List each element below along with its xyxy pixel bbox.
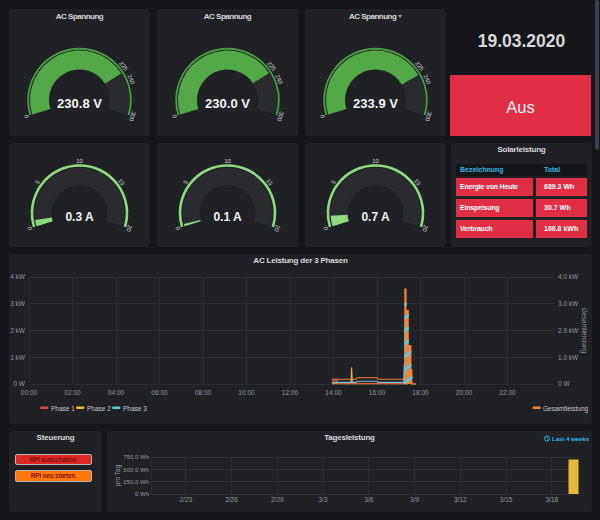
svg-text:16:00: 16:00	[369, 389, 386, 396]
svg-text:10:00: 10:00	[238, 389, 255, 396]
svg-text:22:00: 22:00	[499, 389, 516, 396]
svg-text:08:00: 08:00	[195, 389, 212, 396]
svg-text:0 W: 0 W	[13, 380, 25, 387]
svg-text:225: 225	[266, 60, 277, 72]
svg-text:3/18: 3/18	[545, 496, 558, 503]
svg-text:00:00: 00:00	[21, 389, 38, 396]
svg-text:Phase 2: Phase 2	[87, 405, 111, 412]
svg-text:18:00: 18:00	[412, 389, 429, 396]
svg-text:3 kW: 3 kW	[10, 300, 26, 307]
svg-text:4 kW: 4 kW	[10, 273, 26, 280]
svg-text:225: 225	[414, 60, 425, 72]
svg-text:0: 0	[319, 113, 326, 119]
svg-text:0: 0	[322, 225, 329, 231]
svg-text:0.1 A: 0.1 A	[213, 210, 242, 224]
svg-text:3/3: 3/3	[319, 496, 328, 503]
svg-text:3/9: 3/9	[410, 496, 419, 503]
svg-text:0: 0	[171, 113, 178, 119]
svg-text:12:00: 12:00	[282, 389, 299, 396]
svg-text:10: 10	[76, 158, 83, 164]
svg-text:Last 4 weeks: Last 4 weeks	[552, 435, 590, 442]
svg-text:0.3 A: 0.3 A	[65, 210, 94, 224]
svg-text:pro Tag: pro Tag	[114, 464, 122, 486]
svg-text:3/15: 3/15	[500, 496, 513, 503]
svg-text:0 Wh: 0 Wh	[135, 491, 149, 497]
svg-text:Phase 1: Phase 1	[51, 405, 75, 412]
svg-text:14:00: 14:00	[325, 389, 342, 396]
svg-text:4.0 kW: 4.0 kW	[558, 273, 579, 280]
svg-text:3.0 kW: 3.0 kW	[558, 300, 579, 307]
svg-text:2/29: 2/29	[271, 496, 284, 503]
svg-text:2/26: 2/26	[225, 496, 238, 503]
svg-text:230.8 V: 230.8 V	[57, 96, 102, 111]
svg-text:Gesamtleistung: Gesamtleistung	[580, 308, 588, 354]
svg-text:2/23: 2/23	[179, 496, 192, 503]
svg-text:500.0 Wh: 500.0 Wh	[123, 467, 149, 473]
svg-text:10: 10	[224, 158, 231, 164]
svg-text:1.0 kW: 1.0 kW	[558, 354, 579, 361]
svg-text:Gesamtleistung: Gesamtleistung	[543, 405, 589, 413]
svg-text:2.0 kW: 2.0 kW	[558, 327, 579, 334]
svg-text:0: 0	[26, 225, 33, 231]
svg-text:06:00: 06:00	[151, 389, 168, 396]
svg-text:02:00: 02:00	[64, 389, 81, 396]
svg-text:1 kW: 1 kW	[10, 354, 26, 361]
svg-text:0: 0	[23, 113, 30, 119]
svg-text:3/12: 3/12	[454, 496, 467, 503]
svg-text:250.0 Wh: 250.0 Wh	[123, 479, 149, 485]
svg-text:20:00: 20:00	[456, 389, 473, 396]
svg-text:225: 225	[118, 60, 129, 72]
svg-text:0 W: 0 W	[558, 380, 570, 387]
svg-text:0.7 A: 0.7 A	[361, 210, 390, 224]
svg-text:2 kW: 2 kW	[10, 327, 26, 334]
svg-text:3/6: 3/6	[364, 496, 373, 503]
svg-text:Phase 3: Phase 3	[123, 405, 147, 412]
svg-text:750.0 Wh: 750.0 Wh	[123, 454, 149, 460]
svg-text:233.9 V: 233.9 V	[353, 96, 398, 111]
svg-text:230.0 V: 230.0 V	[205, 96, 250, 111]
svg-text:0: 0	[174, 225, 181, 231]
svg-text:10: 10	[372, 158, 379, 164]
svg-text:04:00: 04:00	[108, 389, 125, 396]
